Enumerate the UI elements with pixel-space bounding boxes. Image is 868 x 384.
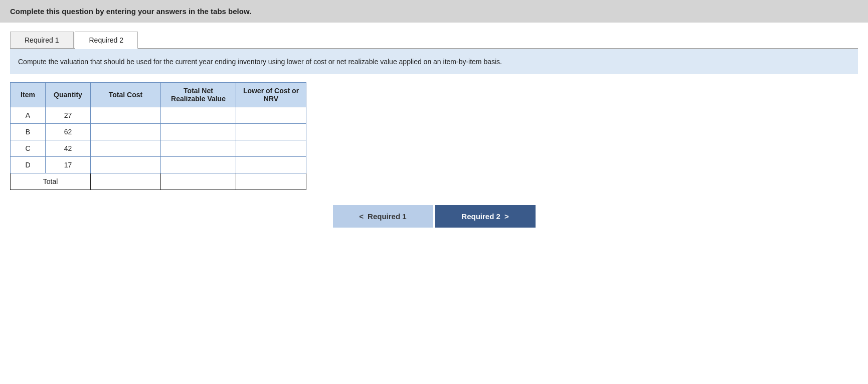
total-cost-input[interactable] xyxy=(93,173,158,189)
header-instruction: Complete this question by entering your … xyxy=(10,7,251,16)
item-d-nrv-input[interactable] xyxy=(166,157,231,173)
item-b-lower-input[interactable] xyxy=(239,124,304,140)
item-b-total-cost-cell xyxy=(91,124,161,140)
item-b-total-cost-input[interactable] xyxy=(93,124,158,140)
table-wrapper: Item Quantity Total Cost Total Net Reali… xyxy=(10,82,858,190)
item-a-qty: 27 xyxy=(46,107,91,124)
item-c-total-cost-cell xyxy=(91,140,161,157)
next-icon: > xyxy=(504,212,509,221)
prev-button[interactable]: < Required 1 xyxy=(333,205,433,228)
tab-required1[interactable]: Required 1 xyxy=(10,32,74,48)
item-d-lower-input[interactable] xyxy=(239,157,304,173)
instruction-box: Compute the valuation that should be use… xyxy=(10,49,858,74)
item-b-nrv-input[interactable] xyxy=(166,124,231,140)
item-d-qty: 17 xyxy=(46,157,91,173)
inventory-table: Item Quantity Total Cost Total Net Reali… xyxy=(10,82,306,190)
item-d-label: D xyxy=(11,157,46,173)
item-a-total-cost-input[interactable] xyxy=(93,107,158,123)
col-header-nrv: Total Net Realizable Value xyxy=(161,83,236,107)
item-c-lower-cell xyxy=(236,140,306,157)
col-header-lower: Lower of Cost or NRV xyxy=(236,83,306,107)
header-banner: Complete this question by entering your … xyxy=(0,0,868,23)
item-a-lower-cell xyxy=(236,107,306,124)
total-row: Total xyxy=(11,173,306,190)
instruction-text: Compute the valuation that should be use… xyxy=(18,58,502,66)
table-row: C 42 xyxy=(11,140,306,157)
item-b-lower-cell xyxy=(236,124,306,140)
item-a-total-cost-cell xyxy=(91,107,161,124)
item-b-qty: 62 xyxy=(46,124,91,140)
item-d-total-cost-input[interactable] xyxy=(93,157,158,173)
item-c-qty: 42 xyxy=(46,140,91,157)
item-c-total-cost-input[interactable] xyxy=(93,140,158,156)
prev-icon: < xyxy=(359,212,364,221)
col-header-total-cost: Total Cost xyxy=(91,83,161,107)
table-row: B 62 xyxy=(11,124,306,140)
next-label: Required 2 xyxy=(461,212,500,221)
col-header-quantity: Quantity xyxy=(46,83,91,107)
item-c-label: C xyxy=(11,140,46,157)
total-nrv-input[interactable] xyxy=(166,173,231,189)
bottom-navigation: < Required 1 Required 2 > xyxy=(0,205,868,248)
table-row: D 17 xyxy=(11,157,306,173)
item-a-lower-input[interactable] xyxy=(239,107,304,123)
item-c-lower-input[interactable] xyxy=(239,140,304,156)
table-row: A 27 xyxy=(11,107,306,124)
total-lower-cell xyxy=(236,173,306,190)
item-a-nrv-cell xyxy=(161,107,236,124)
item-b-label: B xyxy=(11,124,46,140)
item-d-nrv-cell xyxy=(161,157,236,173)
item-c-nrv-cell xyxy=(161,140,236,157)
total-cost-cell xyxy=(91,173,161,190)
total-lower-input[interactable] xyxy=(239,173,304,189)
item-a-label: A xyxy=(11,107,46,124)
next-button[interactable]: Required 2 > xyxy=(435,205,536,228)
tab-required2[interactable]: Required 2 xyxy=(75,32,138,49)
prev-label: Required 1 xyxy=(368,212,407,221)
item-d-lower-cell xyxy=(236,157,306,173)
tabs-container: Required 1 Required 2 xyxy=(10,32,858,49)
total-nrv-cell xyxy=(161,173,236,190)
col-header-item: Item xyxy=(11,83,46,107)
item-b-nrv-cell xyxy=(161,124,236,140)
item-d-total-cost-cell xyxy=(91,157,161,173)
item-a-nrv-input[interactable] xyxy=(166,107,231,123)
total-label: Total xyxy=(11,173,91,190)
item-c-nrv-input[interactable] xyxy=(166,140,231,156)
